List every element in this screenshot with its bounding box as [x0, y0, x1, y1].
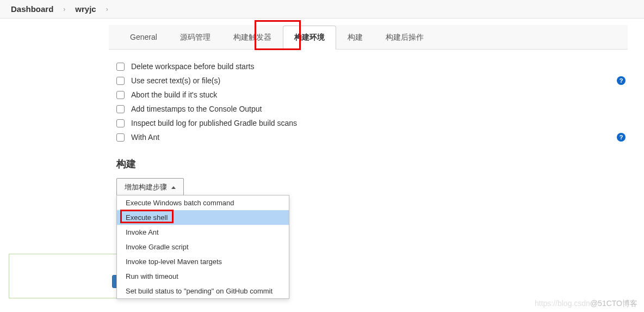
option-label[interactable]: Delete workspace before build starts [131, 62, 254, 71]
breadcrumb: Dashboard › wryjc › [0, 0, 644, 19]
checkbox-inspect-log[interactable] [116, 119, 125, 127]
build-env-panel: Delete workspace before build starts Use… [109, 50, 628, 202]
tab-build[interactable]: 构建 [336, 26, 374, 50]
dropdown-item-ant[interactable]: Invoke Ant [117, 225, 289, 240]
build-step-dropdown: Execute Windows batch command Execute sh… [116, 195, 289, 299]
option-use-secret: Use secret text(s) or file(s) ? [116, 74, 622, 88]
help-icon[interactable]: ? [617, 133, 626, 142]
breadcrumb-item-project[interactable]: wryjc [75, 4, 96, 14]
option-with-ant: With Ant ? [116, 130, 622, 144]
section-title-build: 构建 [116, 157, 622, 170]
option-label[interactable]: Abort the build if it's stuck [131, 90, 217, 99]
checkbox-with-ant[interactable] [116, 133, 125, 142]
config-tabs: General 源码管理 构建触发器 构建环境 构建 构建后操作 [109, 25, 628, 50]
tab-build-env[interactable]: 构建环境 [283, 26, 336, 50]
add-build-step-wrap: 增加构建步骤 Execute Windows batch command Exe… [116, 178, 184, 197]
help-icon[interactable]: ? [617, 76, 626, 85]
tab-post-build[interactable]: 构建后操作 [374, 26, 435, 50]
option-delete-workspace: Delete workspace before build starts [116, 59, 622, 74]
checkbox-use-secret[interactable] [116, 77, 125, 85]
dropdown-item-maven[interactable]: Invoke top-level Maven targets [117, 254, 289, 269]
dropdown-item-batch[interactable]: Execute Windows batch command [117, 195, 289, 210]
dropdown-item-github-status[interactable]: Set build status to "pending" on GitHub … [117, 284, 289, 298]
tab-scm[interactable]: 源码管理 [169, 26, 222, 50]
option-abort-stuck: Abort the build if it's stuck [116, 88, 622, 102]
option-timestamps: Add timestamps to the Console Output [116, 102, 622, 116]
tab-general[interactable]: General [119, 26, 169, 50]
add-build-step-button[interactable]: 增加构建步骤 [116, 178, 184, 197]
option-inspect-log: Inspect build log for published Gradle b… [116, 116, 622, 130]
watermark-dark: @51CTO博客 [590, 299, 637, 308]
option-label[interactable]: With Ant [131, 133, 159, 142]
chevron-right-icon: › [63, 5, 65, 13]
main-content: General 源码管理 构建触发器 构建环境 构建 构建后操作 Delete … [109, 25, 628, 202]
dropdown-item-timeout[interactable]: Run with timeout [117, 269, 289, 284]
option-label[interactable]: Use secret text(s) or file(s) [131, 76, 220, 85]
watermark: https://blog.csdn@51CTO博客 [535, 299, 637, 309]
dropdown-item-shell[interactable]: Execute shell [117, 210, 289, 225]
checkbox-timestamps[interactable] [116, 105, 125, 113]
dropdown-item-gradle[interactable]: Invoke Gradle script [117, 240, 289, 254]
tab-triggers[interactable]: 构建触发器 [222, 26, 283, 50]
checkbox-abort-stuck[interactable] [116, 91, 125, 99]
option-label[interactable]: Add timestamps to the Console Output [131, 105, 262, 113]
chevron-right-icon: › [106, 5, 108, 13]
add-build-step-label: 增加构建步骤 [125, 182, 167, 192]
breadcrumb-item-dashboard[interactable]: Dashboard [11, 4, 53, 14]
checkbox-delete-workspace[interactable] [116, 63, 125, 71]
option-label[interactable]: Inspect build log for published Gradle b… [131, 119, 297, 127]
watermark-faint: https://blog.csdn [535, 299, 590, 308]
caret-up-icon [171, 186, 176, 189]
